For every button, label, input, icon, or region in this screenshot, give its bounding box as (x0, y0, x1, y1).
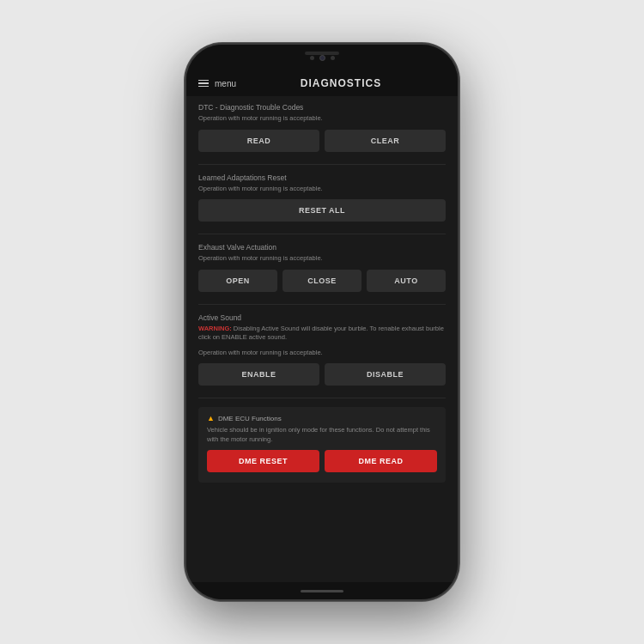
menu-label: menu (215, 79, 236, 88)
dme-section: ▲ DME ECU Functions Vehicle should be in… (198, 407, 446, 483)
exhaust-auto-button[interactable]: AUTO (367, 270, 446, 292)
exhaust-open-button[interactable]: OPEN (198, 270, 277, 292)
disable-button[interactable]: DISABLE (325, 363, 446, 386)
reset-all-button[interactable]: RESET ALL (198, 199, 446, 222)
screen: menu DIAGNOSTICS DTC - Diagnostic Troubl… (186, 70, 458, 582)
speaker (305, 52, 339, 55)
page-title: DIAGNOSTICS (236, 77, 446, 89)
volume-up-button (185, 131, 185, 156)
divider-4 (198, 398, 446, 398)
hamburger-line-2 (198, 82, 209, 84)
dtc-read-button[interactable]: READ (198, 130, 319, 152)
front-camera (319, 55, 325, 61)
sensor-dot-2 (331, 56, 335, 60)
phone-top-bar (186, 45, 458, 70)
dtc-button-row: READ CLEAR (198, 130, 446, 152)
exhaust-title: Exhaust Valve Actuation (198, 243, 446, 252)
dtc-note: Operation with motor running is acceptab… (198, 114, 446, 124)
enable-button[interactable]: ENABLE (198, 363, 319, 386)
hamburger-icon (198, 80, 209, 88)
divider-1 (198, 164, 446, 165)
exhaust-close-button[interactable]: CLOSE (283, 270, 361, 292)
exhaust-section: Exhaust Valve Actuation Operation with m… (198, 243, 446, 292)
sensor-dot (310, 56, 314, 60)
phone-frame: menu DIAGNOSTICS DTC - Diagnostic Troubl… (185, 43, 459, 601)
dme-button-row: DME RESET DME READ (207, 450, 437, 472)
dme-title-row: ▲ DME ECU Functions (207, 414, 437, 422)
learned-section: Learned Adaptations Reset Operation with… (198, 173, 446, 222)
dme-reset-button[interactable]: DME RESET (207, 450, 319, 472)
menu-button[interactable]: menu (198, 79, 236, 88)
dme-note: Vehicle should be in ignition only mode … (207, 426, 437, 444)
warning-label: WARNING: (198, 325, 232, 332)
active-sound-note: Operation with motor running is acceptab… (198, 349, 446, 358)
exhaust-note: Operation with motor running is acceptab… (198, 254, 446, 264)
learned-button-row: RESET ALL (198, 199, 446, 222)
dtc-section: DTC - Diagnostic Trouble Codes Operation… (198, 103, 446, 152)
dtc-title: DTC - Diagnostic Trouble Codes (198, 103, 446, 112)
dme-read-button[interactable]: DME READ (325, 450, 437, 472)
learned-title: Learned Adaptations Reset (198, 173, 446, 182)
home-indicator (301, 590, 343, 592)
main-content: DTC - Diagnostic Trouble Codes Operation… (186, 96, 458, 582)
hamburger-line-1 (198, 80, 209, 82)
warning-triangle-icon: ▲ (207, 414, 215, 422)
power-button (459, 148, 459, 191)
warning-text: Disabling Active Sound will disable your… (198, 325, 444, 342)
active-sound-section: Active Sound WARNING: Disabling Active S… (198, 313, 446, 386)
active-sound-warning: WARNING: Disabling Active Sound will dis… (198, 325, 446, 343)
learned-note: Operation with motor running is acceptab… (198, 185, 446, 194)
exhaust-button-row: OPEN CLOSE AUTO (198, 270, 446, 292)
active-sound-title: Active Sound (198, 313, 446, 322)
dtc-clear-button[interactable]: CLEAR (325, 130, 446, 152)
divider-2 (198, 234, 446, 234)
hamburger-line-3 (198, 86, 209, 88)
divider-3 (198, 304, 446, 305)
app-header: menu DIAGNOSTICS (186, 70, 458, 96)
volume-down-button (185, 169, 185, 195)
phone-bottom-bar (186, 582, 458, 599)
active-sound-button-row: ENABLE DISABLE (198, 363, 446, 386)
dme-title-text: DME ECU Functions (218, 415, 282, 422)
